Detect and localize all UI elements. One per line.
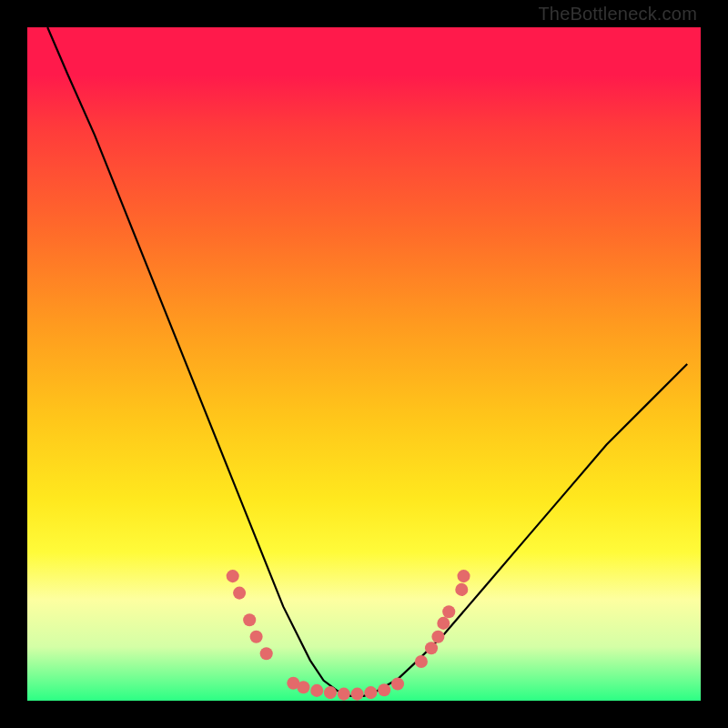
curve-marker xyxy=(250,631,263,643)
curve-marker xyxy=(297,681,309,693)
curve-marker xyxy=(243,613,256,626)
curve-marker xyxy=(351,688,364,701)
chart-frame: TheBottleneck.com xyxy=(0,0,728,728)
curve-marker xyxy=(260,647,273,660)
curve-marker xyxy=(442,605,455,618)
curve-marker xyxy=(431,631,444,643)
curve-marker xyxy=(324,686,337,699)
bottleneck-curve xyxy=(47,27,687,696)
curve-marker xyxy=(415,655,428,668)
curve-marker xyxy=(233,587,246,600)
watermark-text: TheBottleneck.com xyxy=(538,4,697,25)
curve-marker xyxy=(364,686,377,699)
curve-marker xyxy=(378,683,390,696)
curve-marker xyxy=(437,617,450,630)
curve-marker xyxy=(425,642,438,654)
plot-area xyxy=(27,27,701,701)
curve-marker xyxy=(338,688,350,701)
marker-group xyxy=(227,570,470,701)
curve-marker xyxy=(391,677,404,690)
curve-marker xyxy=(310,684,323,697)
curve-marker xyxy=(457,570,470,582)
curve-marker xyxy=(455,583,468,596)
curve-marker xyxy=(227,570,239,582)
chart-svg xyxy=(27,27,701,701)
